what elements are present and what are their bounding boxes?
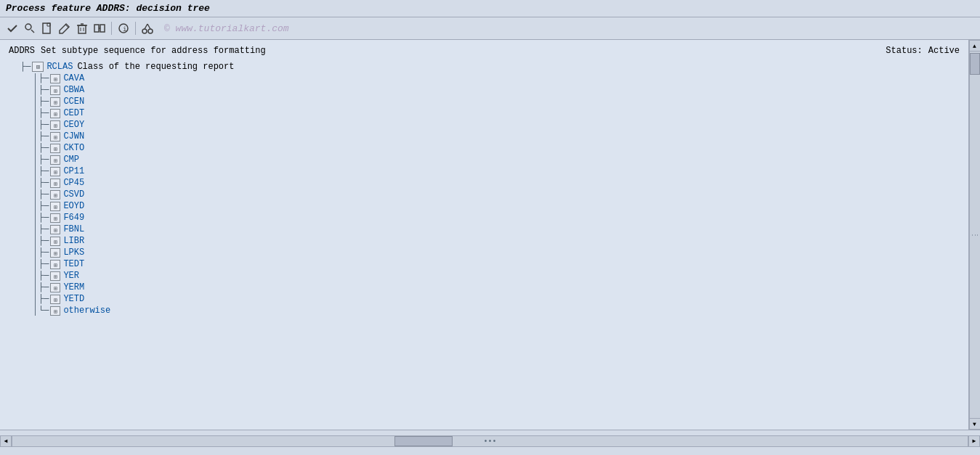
expand-icon-cp45[interactable]: ⊞ bbox=[50, 179, 60, 188]
h-scroll-thumb[interactable] bbox=[394, 436, 453, 446]
toolbar-separator-2 bbox=[135, 22, 136, 35]
tree-node-cp11: ├─ ⊞ CP11 bbox=[36, 166, 960, 176]
tree-node-cjwn: ├─ ⊞ CJWN bbox=[36, 131, 960, 142]
tree-node-tedt: ├─ ⊞ TEDT bbox=[36, 259, 960, 269]
expand-icon-yetd[interactable]: ⊞ bbox=[50, 295, 60, 304]
watermark: © www.tutorialkart.com bbox=[164, 23, 289, 34]
status-line: ADDRS Set subtype sequence for address f… bbox=[9, 46, 960, 56]
expand-icon-ckto[interactable]: ⊞ bbox=[50, 144, 60, 153]
tree-node-f649: ├─ ⊞ F649 bbox=[36, 213, 960, 223]
expand-icon-cedt[interactable]: ⊞ bbox=[50, 109, 60, 118]
node-label-tedt[interactable]: TEDT bbox=[63, 259, 84, 269]
tree-node-cava: ├─ ⊞ CAVA bbox=[36, 73, 960, 83]
window-title: Process feature ADDRS: decision tree bbox=[6, 3, 210, 14]
node-label-yerm[interactable]: YERM bbox=[63, 282, 84, 292]
node-label-yer[interactable]: YER bbox=[63, 271, 79, 281]
bottom-bar: ◀ ••• ▶ bbox=[0, 430, 980, 451]
check-button[interactable] bbox=[4, 20, 20, 36]
expand-icon-otherwise[interactable]: ⊞ bbox=[50, 306, 60, 316]
expand-icon-csvd[interactable]: ⊞ bbox=[50, 190, 60, 200]
node-label-cjwn[interactable]: CJWN bbox=[63, 131, 84, 142]
expand-icon-cp11[interactable]: ⊞ bbox=[50, 167, 60, 176]
tree-node-yetd: ├─ ⊞ YETD bbox=[36, 294, 960, 304]
status-label: Status: bbox=[886, 46, 922, 56]
expand-icon-yerm[interactable]: ⊞ bbox=[50, 283, 60, 292]
expand-icon-libr[interactable]: ⊞ bbox=[50, 237, 60, 246]
tree-node-fbnl: ├─ ⊞ FBNL bbox=[36, 224, 960, 234]
svg-rect-2 bbox=[43, 23, 50, 33]
node-label-libr[interactable]: LIBR bbox=[63, 236, 84, 246]
node-label-cava[interactable]: CAVA bbox=[63, 73, 84, 83]
expand-icon-cmp[interactable]: ⊞ bbox=[50, 155, 60, 165]
node-label-fbnl[interactable]: FBNL bbox=[63, 224, 84, 234]
h-scroll-left-button[interactable]: ◀ bbox=[0, 435, 12, 447]
expand-icon-ceoy[interactable]: ⊞ bbox=[50, 120, 60, 130]
svg-point-0 bbox=[25, 24, 31, 30]
move-button[interactable] bbox=[92, 20, 108, 36]
expand-icon-cjwn[interactable]: ⊞ bbox=[50, 132, 60, 142]
info-button[interactable]: i bbox=[116, 20, 131, 36]
expand-icon-yer[interactable]: ⊞ bbox=[50, 271, 60, 281]
node-label-cp11[interactable]: CP11 bbox=[63, 166, 84, 176]
rclas-expand-icon[interactable]: ⊞ bbox=[32, 62, 44, 72]
toolbar: i © www.tutorialkart.com bbox=[0, 17, 980, 40]
edit-button[interactable] bbox=[57, 20, 73, 36]
svg-text:i: i bbox=[123, 26, 126, 33]
child-nodes-list: ├─ ⊞ CAVA ├─ ⊞ CBWA ├─ ⊞ CCEN ├─ ⊞ CEDT … bbox=[36, 73, 960, 316]
toolbar-separator-1 bbox=[111, 22, 112, 35]
rclas-description: Class of the requesting report bbox=[77, 62, 234, 72]
expand-icon-cava[interactable]: ⊞ bbox=[50, 74, 60, 83]
scroll-thumb-right[interactable] bbox=[970, 53, 980, 75]
node-label-otherwise[interactable]: otherwise bbox=[63, 306, 110, 316]
scroll-track-right: ⋮ bbox=[969, 52, 981, 418]
h-scroll-right-button[interactable]: ▶ bbox=[968, 435, 980, 447]
delete-button[interactable] bbox=[74, 20, 90, 36]
tree-node-libr: ├─ ⊞ LIBR bbox=[36, 236, 960, 246]
expand-icon-f649[interactable]: ⊞ bbox=[50, 213, 60, 223]
expand-icon-cbwa[interactable]: ⊞ bbox=[50, 86, 60, 95]
scroll-up-button[interactable]: ▲ bbox=[969, 40, 981, 52]
expand-icon-fbnl[interactable]: ⊞ bbox=[50, 225, 60, 234]
svg-rect-4 bbox=[78, 25, 86, 33]
scroll-down-button[interactable]: ▼ bbox=[969, 418, 981, 430]
node-label-csvd[interactable]: CSVD bbox=[63, 189, 84, 200]
svg-point-14 bbox=[142, 29, 147, 33]
tree-node-cedt: ├─ ⊞ CEDT bbox=[36, 108, 960, 118]
svg-line-17 bbox=[147, 24, 150, 29]
node-label-cedt[interactable]: CEDT bbox=[63, 108, 84, 118]
tree-structure: ├─ ⊞ RCLAS Class of the requesting repor… bbox=[20, 62, 960, 316]
svg-rect-9 bbox=[94, 25, 99, 32]
tree-node-eoyd: ├─ ⊞ EOYD bbox=[36, 201, 960, 211]
feature-description: Set subtype sequence for address formatt… bbox=[41, 46, 266, 56]
tree-area: ADDRS Set subtype sequence for address f… bbox=[0, 40, 968, 430]
tree-node-yer: ├─ ⊞ YER bbox=[36, 271, 960, 281]
node-label-cmp[interactable]: CMP bbox=[63, 155, 79, 165]
tree-node-ckto: ├─ ⊞ CKTO bbox=[36, 143, 960, 153]
cut-button[interactable] bbox=[139, 20, 155, 36]
feature-name: ADDRS bbox=[9, 46, 35, 56]
h-scroll-center-dots: ••• bbox=[483, 437, 496, 445]
scroll-dots: ⋮ bbox=[971, 231, 979, 239]
node-label-ckto[interactable]: CKTO bbox=[63, 143, 84, 153]
expand-icon-lpks[interactable]: ⊞ bbox=[50, 248, 60, 258]
children-container: ├─ ⊞ CAVA ├─ ⊞ CBWA ├─ ⊞ CCEN ├─ ⊞ CEDT … bbox=[35, 73, 960, 316]
node-label-cp45[interactable]: CP45 bbox=[63, 178, 84, 188]
node-label-yetd[interactable]: YETD bbox=[63, 294, 84, 304]
rclas-label[interactable]: RCLAS bbox=[46, 62, 73, 72]
root-connector: ├─ ⊞ RCLAS Class of the requesting repor… bbox=[20, 62, 960, 72]
tree-node-cp45: ├─ ⊞ CP45 bbox=[36, 178, 960, 188]
node-label-cbwa[interactable]: CBWA bbox=[63, 85, 84, 95]
node-label-lpks[interactable]: LPKS bbox=[63, 247, 84, 258]
node-label-f649[interactable]: F649 bbox=[63, 213, 84, 223]
expand-icon-eoyd[interactable]: ⊞ bbox=[50, 202, 60, 211]
svg-line-1 bbox=[31, 30, 34, 33]
h-scroll-track: ••• bbox=[12, 435, 968, 447]
node-label-ceoy[interactable]: CEOY bbox=[63, 120, 84, 130]
expand-icon-tedt[interactable]: ⊞ bbox=[50, 260, 60, 269]
node-label-eoyd[interactable]: EOYD bbox=[63, 201, 84, 211]
svg-point-15 bbox=[148, 29, 153, 33]
node-label-ccen[interactable]: CCEN bbox=[63, 97, 84, 107]
find-button[interactable] bbox=[22, 20, 38, 36]
expand-icon-ccen[interactable]: ⊞ bbox=[50, 97, 60, 107]
new-button[interactable] bbox=[39, 20, 55, 36]
